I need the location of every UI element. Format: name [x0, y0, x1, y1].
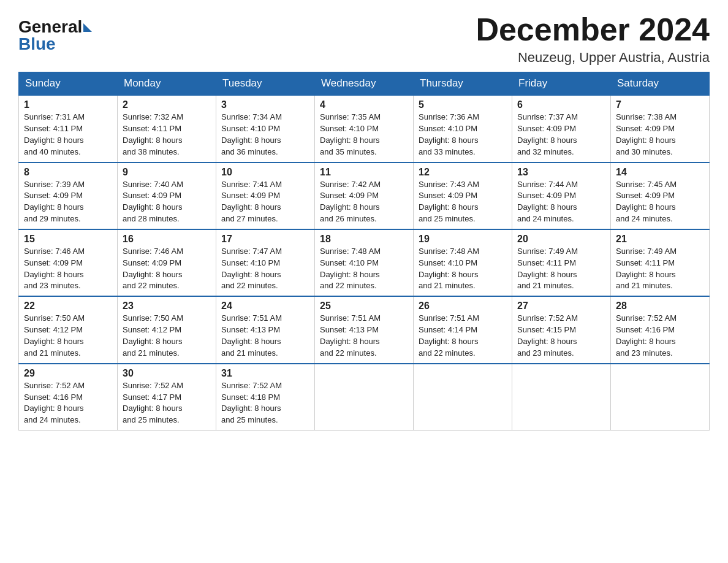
calendar-cell: [315, 364, 414, 431]
day-info: Sunrise: 7:51 AM Sunset: 4:13 PM Dayligh…: [221, 313, 309, 359]
day-number: 5: [419, 99, 507, 110]
title-section: December 2024 Neuzeug, Upper Austria, Au…: [476, 12, 710, 66]
day-number: 17: [221, 234, 309, 245]
day-number: 25: [320, 301, 408, 312]
day-number: 10: [221, 167, 309, 178]
calendar-cell: 11 Sunrise: 7:42 AM Sunset: 4:09 PM Dayl…: [315, 163, 414, 229]
calendar-cell: [512, 364, 611, 431]
day-info: Sunrise: 7:35 AM Sunset: 4:10 PM Dayligh…: [320, 112, 408, 158]
calendar-cell: 12 Sunrise: 7:43 AM Sunset: 4:09 PM Dayl…: [414, 163, 512, 229]
day-number: 3: [221, 99, 309, 110]
day-number: 13: [517, 167, 605, 178]
day-info: Sunrise: 7:50 AM Sunset: 4:12 PM Dayligh…: [123, 313, 211, 359]
day-info: Sunrise: 7:38 AM Sunset: 4:09 PM Dayligh…: [616, 112, 704, 158]
day-info: Sunrise: 7:45 AM Sunset: 4:09 PM Dayligh…: [616, 179, 704, 225]
day-info: Sunrise: 7:46 AM Sunset: 4:09 PM Dayligh…: [123, 246, 211, 292]
week-row-1: 1 Sunrise: 7:31 AM Sunset: 4:11 PM Dayli…: [19, 95, 710, 162]
day-info: Sunrise: 7:52 AM Sunset: 4:16 PM Dayligh…: [24, 380, 112, 426]
day-info: Sunrise: 7:42 AM Sunset: 4:09 PM Dayligh…: [320, 179, 408, 225]
day-info: Sunrise: 7:46 AM Sunset: 4:09 PM Dayligh…: [24, 246, 112, 292]
header-wednesday: Wednesday: [315, 72, 414, 96]
calendar-cell: 23 Sunrise: 7:50 AM Sunset: 4:12 PM Dayl…: [118, 296, 216, 363]
day-info: Sunrise: 7:36 AM Sunset: 4:10 PM Dayligh…: [419, 112, 507, 158]
day-number: 26: [419, 301, 507, 312]
calendar-cell: 19 Sunrise: 7:48 AM Sunset: 4:10 PM Dayl…: [414, 229, 512, 296]
calendar-cell: 31 Sunrise: 7:52 AM Sunset: 4:18 PM Dayl…: [216, 364, 315, 431]
day-info: Sunrise: 7:43 AM Sunset: 4:09 PM Dayligh…: [419, 179, 507, 225]
calendar-cell: 30 Sunrise: 7:52 AM Sunset: 4:17 PM Dayl…: [118, 364, 216, 431]
week-row-5: 29 Sunrise: 7:52 AM Sunset: 4:16 PM Dayl…: [19, 364, 710, 431]
month-title: December 2024: [476, 12, 710, 47]
calendar-cell: 16 Sunrise: 7:46 AM Sunset: 4:09 PM Dayl…: [118, 229, 216, 296]
page-header: General Blue December 2024 Neuzeug, Uppe…: [18, 12, 710, 66]
week-row-3: 15 Sunrise: 7:46 AM Sunset: 4:09 PM Dayl…: [19, 229, 710, 296]
day-info: Sunrise: 7:31 AM Sunset: 4:11 PM Dayligh…: [24, 112, 112, 158]
day-number: 19: [419, 234, 507, 245]
day-number: 7: [616, 99, 704, 110]
day-info: Sunrise: 7:51 AM Sunset: 4:14 PM Dayligh…: [419, 313, 507, 359]
day-number: 29: [24, 368, 112, 379]
day-number: 12: [419, 167, 507, 178]
day-number: 22: [24, 301, 112, 312]
day-number: 14: [616, 167, 704, 178]
logo-triangle-icon: [83, 23, 92, 32]
day-info: Sunrise: 7:52 AM Sunset: 4:18 PM Dayligh…: [221, 380, 309, 426]
day-info: Sunrise: 7:49 AM Sunset: 4:11 PM Dayligh…: [517, 246, 605, 292]
day-info: Sunrise: 7:40 AM Sunset: 4:09 PM Dayligh…: [123, 179, 211, 225]
day-number: 20: [517, 234, 605, 245]
calendar-cell: 6 Sunrise: 7:37 AM Sunset: 4:09 PM Dayli…: [512, 95, 611, 162]
day-number: 2: [123, 99, 211, 110]
calendar-cell: 15 Sunrise: 7:46 AM Sunset: 4:09 PM Dayl…: [19, 229, 118, 296]
day-info: Sunrise: 7:49 AM Sunset: 4:11 PM Dayligh…: [616, 246, 704, 292]
day-number: 8: [24, 167, 112, 178]
week-row-4: 22 Sunrise: 7:50 AM Sunset: 4:12 PM Dayl…: [19, 296, 710, 363]
day-info: Sunrise: 7:44 AM Sunset: 4:09 PM Dayligh…: [517, 179, 605, 225]
day-info: Sunrise: 7:34 AM Sunset: 4:10 PM Dayligh…: [221, 112, 309, 158]
calendar-cell: 26 Sunrise: 7:51 AM Sunset: 4:14 PM Dayl…: [414, 296, 512, 363]
calendar-cell: 20 Sunrise: 7:49 AM Sunset: 4:11 PM Dayl…: [512, 229, 611, 296]
header-tuesday: Tuesday: [216, 72, 315, 96]
calendar-cell: 5 Sunrise: 7:36 AM Sunset: 4:10 PM Dayli…: [414, 95, 512, 162]
day-number: 15: [24, 234, 112, 245]
calendar-cell: 7 Sunrise: 7:38 AM Sunset: 4:09 PM Dayli…: [611, 95, 710, 162]
location-title: Neuzeug, Upper Austria, Austria: [476, 50, 710, 66]
header-saturday: Saturday: [611, 72, 710, 96]
day-info: Sunrise: 7:32 AM Sunset: 4:11 PM Dayligh…: [123, 112, 211, 158]
day-number: 30: [123, 368, 211, 379]
calendar-cell: 22 Sunrise: 7:50 AM Sunset: 4:12 PM Dayl…: [19, 296, 118, 363]
header-friday: Friday: [512, 72, 611, 96]
calendar-table: Sunday Monday Tuesday Wednesday Thursday…: [18, 72, 710, 431]
day-number: 23: [123, 301, 211, 312]
day-number: 1: [24, 99, 112, 110]
header-sunday: Sunday: [19, 72, 118, 96]
calendar-cell: 3 Sunrise: 7:34 AM Sunset: 4:10 PM Dayli…: [216, 95, 315, 162]
day-number: 6: [517, 99, 605, 110]
day-number: 11: [320, 167, 408, 178]
day-number: 16: [123, 234, 211, 245]
calendar-cell: 29 Sunrise: 7:52 AM Sunset: 4:16 PM Dayl…: [19, 364, 118, 431]
day-number: 21: [616, 234, 704, 245]
day-number: 18: [320, 234, 408, 245]
day-info: Sunrise: 7:48 AM Sunset: 4:10 PM Dayligh…: [419, 246, 507, 292]
day-info: Sunrise: 7:41 AM Sunset: 4:09 PM Dayligh…: [221, 179, 309, 225]
day-info: Sunrise: 7:50 AM Sunset: 4:12 PM Dayligh…: [24, 313, 112, 359]
calendar-cell: [414, 364, 512, 431]
calendar-cell: 1 Sunrise: 7:31 AM Sunset: 4:11 PM Dayli…: [19, 95, 118, 162]
calendar-cell: 25 Sunrise: 7:51 AM Sunset: 4:13 PM Dayl…: [315, 296, 414, 363]
day-number: 4: [320, 99, 408, 110]
day-number: 24: [221, 301, 309, 312]
logo-blue-text: Blue: [18, 36, 56, 53]
calendar-cell: 14 Sunrise: 7:45 AM Sunset: 4:09 PM Dayl…: [611, 163, 710, 229]
calendar-cell: 18 Sunrise: 7:48 AM Sunset: 4:10 PM Dayl…: [315, 229, 414, 296]
day-info: Sunrise: 7:51 AM Sunset: 4:13 PM Dayligh…: [320, 313, 408, 359]
day-number: 9: [123, 167, 211, 178]
day-info: Sunrise: 7:52 AM Sunset: 4:15 PM Dayligh…: [517, 313, 605, 359]
day-info: Sunrise: 7:48 AM Sunset: 4:10 PM Dayligh…: [320, 246, 408, 292]
calendar-cell: 8 Sunrise: 7:39 AM Sunset: 4:09 PM Dayli…: [19, 163, 118, 229]
calendar-cell: 28 Sunrise: 7:52 AM Sunset: 4:16 PM Dayl…: [611, 296, 710, 363]
day-info: Sunrise: 7:37 AM Sunset: 4:09 PM Dayligh…: [517, 112, 605, 158]
week-row-2: 8 Sunrise: 7:39 AM Sunset: 4:09 PM Dayli…: [19, 163, 710, 229]
header-thursday: Thursday: [414, 72, 512, 96]
day-number: 31: [221, 368, 309, 379]
day-info: Sunrise: 7:52 AM Sunset: 4:16 PM Dayligh…: [616, 313, 704, 359]
